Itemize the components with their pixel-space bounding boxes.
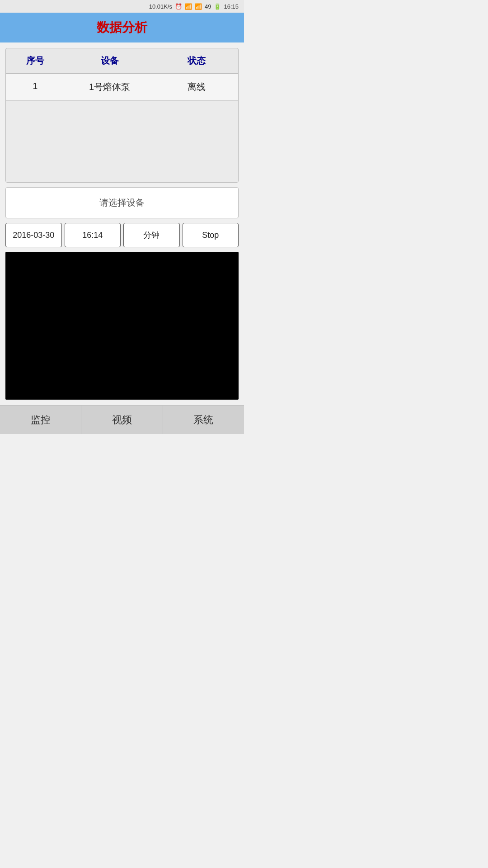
- col-header-status: 状态: [159, 55, 234, 67]
- page-title: 数据分析: [97, 20, 147, 34]
- nav-item-monitor[interactable]: 监控: [0, 406, 81, 434]
- battery-icon: 🔋: [214, 3, 221, 10]
- bottom-nav: 监控 视频 系统: [0, 405, 244, 434]
- device-selector-button[interactable]: 请选择设备: [5, 187, 239, 218]
- control-buttons-row: 2016-03-30 16:14 分钟 Stop: [5, 223, 239, 247]
- header: 数据分析: [0, 13, 244, 42]
- current-time: 16:15: [224, 3, 239, 10]
- col-header-device: 设备: [60, 55, 160, 67]
- cell-seq: 1: [10, 81, 60, 93]
- table-row[interactable]: 1 1号熔体泵 离线: [6, 74, 238, 101]
- col-header-seq: 序号: [10, 55, 60, 67]
- stop-button[interactable]: Stop: [183, 223, 239, 247]
- unit-button[interactable]: 分钟: [123, 223, 180, 247]
- clock-icon: ⏰: [175, 3, 182, 10]
- date-button[interactable]: 2016-03-30: [5, 223, 62, 247]
- table-empty-area: [6, 101, 238, 182]
- chart-area: [5, 252, 239, 400]
- cell-device: 1号熔体泵: [60, 81, 160, 93]
- wifi-icon: 📶: [185, 3, 192, 10]
- status-bar: 10.01K/s ⏰ 📶 📶 49 🔋 16:15: [0, 0, 244, 13]
- table-header: 序号 设备 状态: [6, 48, 238, 74]
- nav-item-system[interactable]: 系统: [163, 406, 244, 434]
- signal-icon: 📶: [195, 3, 202, 10]
- nav-item-video[interactable]: 视频: [81, 406, 163, 434]
- main-content: 序号 设备 状态 1 1号熔体泵 离线 请选择设备 2016-03-30 16:…: [0, 42, 244, 405]
- cell-status: 离线: [159, 81, 234, 93]
- network-speed: 10.01K/s: [149, 3, 172, 10]
- time-button[interactable]: 16:14: [65, 223, 121, 247]
- data-table: 序号 设备 状态 1 1号熔体泵 离线: [5, 48, 239, 183]
- battery-level: 49: [205, 3, 211, 10]
